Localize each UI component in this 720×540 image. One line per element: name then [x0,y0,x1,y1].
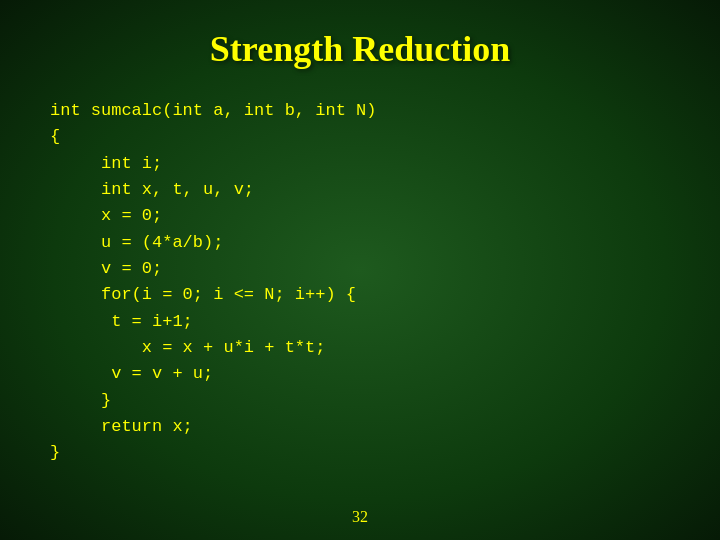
code-line-14: } [50,440,690,466]
page-number: 32 [352,508,368,526]
code-line-2: { [50,124,690,150]
code-line-8: for(i = 0; i <= N; i++) { [50,282,690,308]
code-line-6: u = (4*a/b); [50,230,690,256]
code-line-9: t = i+1; [50,309,690,335]
code-block: int sumcalc(int a, int b, int N) { int i… [30,98,690,467]
code-line-7: v = 0; [50,256,690,282]
code-line-1: int sumcalc(int a, int b, int N) [50,98,690,124]
code-line-13: return x; [50,414,690,440]
slide-title: Strength Reduction [210,28,510,70]
code-line-3: int i; [50,151,690,177]
code-line-4: int x, t, u, v; [50,177,690,203]
code-line-5: x = 0; [50,203,690,229]
code-line-11: v = v + u; [50,361,690,387]
code-line-10: x = x + u*i + t*t; [50,335,690,361]
code-line-12: } [50,388,690,414]
slide: Strength Reduction int sumcalc(int a, in… [0,0,720,540]
